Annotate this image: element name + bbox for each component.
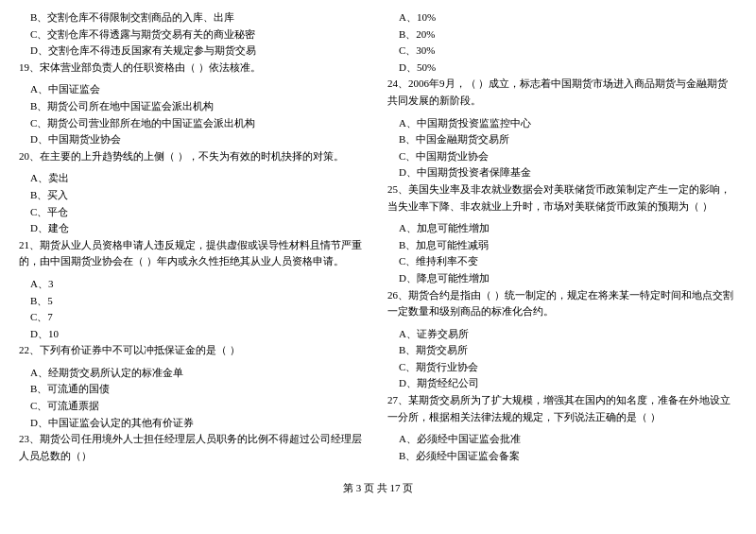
question-text: 19、宋体营业部负责人的任职资格由（ ）依法核准。 [19,60,369,77]
question-text: 27、某期货交易所为了扩大规模，增强其在国内的知名度，准备在外地设立一分所，根据… [387,392,737,425]
option-text: A、10% [387,9,737,26]
page-number: 第 3 页 共 17 页 [343,482,413,493]
option-text: C、交割仓库不得透露与期货交易有关的商业秘密 [19,26,369,43]
right-column: A、10%B、20%C、30%D、50%24、2006年9月，（ ）成立，标志着… [387,9,737,470]
option-text: B、期货公司所在地中国证监会派出机构 [19,98,369,115]
option-text: D、50% [387,60,737,77]
left-column: B、交割仓库不得限制交割商品的入库、出库C、交割仓库不得透露与期货交易有关的商业… [19,9,369,470]
option-text: B、可流通的国债 [19,381,369,398]
option-text: C、期货行业协会 [387,359,737,376]
option-text: B、期货交易所 [387,342,737,359]
option-text: B、中国金融期货交易所 [387,131,737,148]
option-text: A、中国期货投资监监控中心 [387,115,737,132]
question-text: 25、美国失业率及非农就业数据会对美联储货币政策制定产生一定的影响，当失业率下降… [387,181,737,215]
option-text: B、加息可能性减弱 [387,237,737,254]
question-text: 22、下列有价证券中不可以冲抵保证金的是（ ） [19,342,369,359]
option-text: D、建仓 [19,220,369,237]
option-text: D、10 [19,326,369,343]
option-text: A、3 [19,276,369,293]
question-text: 21、期货从业人员资格申请人违反规定，提供虚假或误导性材料且情节严重的，由中国期… [19,237,369,270]
option-text: A、加息可能性增加 [387,220,737,237]
page-content: B、交割仓库不得限制交割商品的入库、出库C、交割仓库不得透露与期货交易有关的商业… [19,9,737,470]
option-text: A、证券交易所 [387,326,737,343]
option-text: B、20% [387,26,737,43]
question-text: 24、2006年9月，（ ）成立，标志着中国期货市场进入商品期货与金融期货共同发… [387,76,737,109]
option-text: A、中国证监会 [19,81,369,98]
page-footer: 第 3 页 共 17 页 [19,481,737,495]
option-text: D、期货经纪公司 [387,375,737,392]
option-text: C、期货公司营业部所在地的中国证监会派出机构 [19,115,369,132]
option-text: B、必须经中国证监会备案 [387,448,737,465]
option-text: B、交割仓库不得限制交割商品的入库、出库 [19,9,369,26]
option-text: C、中国期货业协会 [387,148,737,165]
option-text: A、卖出 [19,170,369,187]
option-text: D、降息可能性增加 [387,270,737,287]
option-text: C、平仓 [19,204,369,221]
option-text: C、30% [387,43,737,60]
option-text: C、可流通票据 [19,398,369,415]
question-text: 20、在主要的上升趋势线的上侧（ ），不失为有效的时机抉择的对策。 [19,148,369,165]
question-text: 23、期货公司任用境外人士担任经理层人员职务的比例不得超过公司经理层人员总数的（… [19,431,369,464]
option-text: B、5 [19,293,369,310]
option-text: B、买入 [19,187,369,204]
option-text: A、经期货交易所认定的标准金单 [19,365,369,382]
option-text: D、中国期货业协会 [19,131,369,148]
option-text: A、必须经中国证监会批准 [387,431,737,448]
option-text: C、7 [19,309,369,326]
option-text: D、中国期货投资者保障基金 [387,164,737,181]
question-text: 26、期货合约是指由（ ）统一制定的，规定在将来某一特定时间和地点交割一定数量和… [387,287,737,320]
option-text: D、中国证监会认定的其他有价证券 [19,415,369,432]
option-text: C、维持利率不变 [387,253,737,270]
option-text: D、交割仓库不得违反国家有关规定参与期货交易 [19,43,369,60]
